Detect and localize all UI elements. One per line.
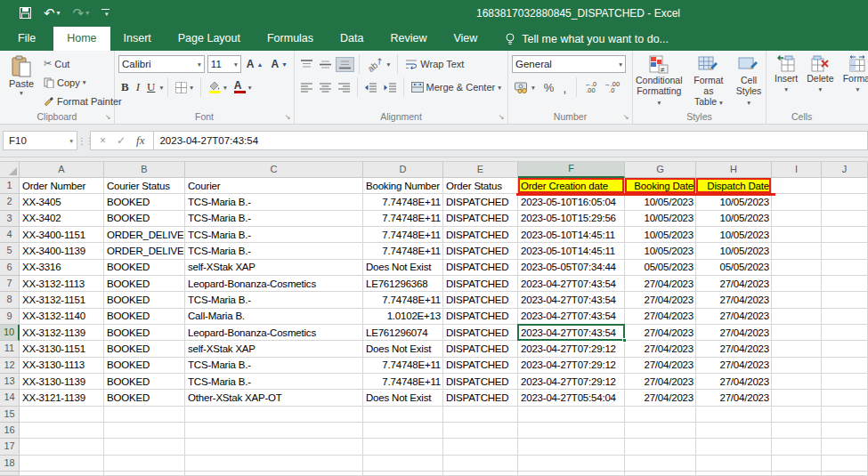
increase-font-size-button[interactable]: A▲ <box>244 56 266 72</box>
borders-button[interactable]: ▾ <box>173 80 196 95</box>
cell-F11[interactable]: 2023-04-27T07:29:12 <box>518 341 625 357</box>
cell-F3[interactable]: 2023-05-10T15:29:56 <box>518 211 625 227</box>
cell-B16[interactable] <box>104 423 185 439</box>
cell-H2[interactable]: 10/05/2023 <box>696 194 772 210</box>
cell-J16[interactable] <box>822 423 868 439</box>
cell-I10[interactable] <box>772 325 822 341</box>
cancel-entry-icon[interactable]: × <box>100 134 106 147</box>
cell-G7[interactable]: 27/04/2023 <box>625 276 696 292</box>
cell-J3[interactable] <box>822 211 868 227</box>
format-cells-button[interactable]: Format▾ <box>840 54 868 109</box>
cell-C17[interactable] <box>185 439 363 455</box>
cell-C4[interactable]: TCS-Maria B.- <box>185 227 363 243</box>
orientation-button[interactable]: ab↗▾ <box>364 58 393 71</box>
cell-J15[interactable] <box>822 407 868 423</box>
cell-E5[interactable]: DISPATCHED <box>443 243 518 259</box>
number-format-select[interactable]: General▾ <box>512 55 626 73</box>
cell-E17[interactable] <box>443 439 518 455</box>
cell-H12[interactable]: 27/04/2023 <box>696 358 772 374</box>
cell-F14[interactable]: 2023-04-27T05:54:04 <box>518 390 625 406</box>
clipboard-dialog-launcher-icon[interactable]: ↘ <box>103 113 112 122</box>
cell-J5[interactable] <box>822 243 868 259</box>
cell-E15[interactable] <box>443 407 518 423</box>
alignment-dialog-launcher-icon[interactable]: ↘ <box>497 113 506 122</box>
cell-D1[interactable]: Booking Number <box>363 178 443 194</box>
cell-G11[interactable]: 27/04/2023 <box>625 341 696 357</box>
cell-styles-button[interactable]: CellStyles ▾ <box>732 54 766 109</box>
paste-button[interactable]: Paste ▾ <box>4 55 39 97</box>
column-header-G[interactable]: G <box>625 162 696 178</box>
cell-I18[interactable] <box>772 456 822 472</box>
cell-E6[interactable]: DISPATCHED <box>443 260 518 276</box>
cell-D6[interactable]: Does Not Exist <box>363 260 443 276</box>
cell-J1[interactable] <box>822 178 868 194</box>
cell-E19[interactable] <box>443 472 518 476</box>
cell-D4[interactable]: 7.74748E+11 <box>363 227 443 243</box>
tab-file[interactable]: File <box>0 27 53 51</box>
cell-A1[interactable]: Order Number <box>20 178 104 194</box>
align-right-button[interactable] <box>336 81 353 94</box>
cell-B19[interactable] <box>104 472 185 476</box>
cell-E16[interactable] <box>443 423 518 439</box>
comma-style-button[interactable]: , <box>560 78 569 97</box>
cell-H17[interactable] <box>696 439 772 455</box>
row-header-6[interactable]: 6 <box>0 260 20 276</box>
cell-J14[interactable] <box>822 390 868 406</box>
cell-C9[interactable]: Call-Maria B. <box>185 309 363 325</box>
cell-B14[interactable]: BOOKED <box>104 390 185 406</box>
cell-H16[interactable] <box>696 423 772 439</box>
row-header-5[interactable]: 5 <box>0 243 20 259</box>
cell-A7[interactable]: XX-3132-1113 <box>20 276 104 292</box>
cell-J13[interactable] <box>822 374 868 390</box>
cell-A10[interactable]: XX-3132-1139 <box>20 325 104 341</box>
cell-I1[interactable] <box>772 178 822 194</box>
tell-me-box[interactable]: Tell me what you want to do... <box>505 33 669 51</box>
row-header-9[interactable]: 9 <box>0 309 20 325</box>
cell-C11[interactable]: self-XStak XAP <box>185 341 363 357</box>
cell-C1[interactable]: Courier <box>185 178 363 194</box>
cell-B9[interactable]: BOOKED <box>104 309 185 325</box>
cell-I13[interactable] <box>772 374 822 390</box>
insert-cells-button[interactable]: Insert▾ <box>772 54 800 109</box>
cell-B12[interactable]: BOOKED <box>104 358 185 374</box>
increase-decimal-button[interactable]: ←.0.00 <box>583 80 599 94</box>
cell-E12[interactable]: DISPATCHED <box>443 358 518 374</box>
row-header-11[interactable]: 11 <box>0 341 20 357</box>
cell-G4[interactable]: 10/05/2023 <box>625 227 696 243</box>
row-header-4[interactable]: 4 <box>0 227 20 243</box>
cell-E3[interactable]: DISPATCHED <box>443 211 518 227</box>
cell-J4[interactable] <box>822 227 868 243</box>
cell-J18[interactable] <box>822 456 868 472</box>
cell-H1[interactable]: Dispatch Date <box>696 178 772 194</box>
column-header-H[interactable]: H <box>696 162 772 178</box>
bold-button[interactable]: B <box>118 78 132 96</box>
save-icon[interactable] <box>20 7 31 19</box>
select-all-corner[interactable] <box>0 162 20 178</box>
cell-H9[interactable]: 27/04/2023 <box>696 309 772 325</box>
column-header-A[interactable]: A <box>20 162 104 178</box>
cell-B11[interactable]: BOOKED <box>104 341 185 357</box>
font-dialog-launcher-icon[interactable]: ↘ <box>283 113 292 122</box>
redo-button[interactable]: ↷▾ <box>73 6 90 20</box>
cell-D9[interactable]: 1.0102E+13 <box>363 309 443 325</box>
percent-style-button[interactable]: % <box>541 79 557 96</box>
cell-D2[interactable]: 7.74748E+11 <box>363 194 443 210</box>
cell-H10[interactable]: 27/04/2023 <box>696 325 772 341</box>
cell-D5[interactable]: 7.74748E+11 <box>363 243 443 259</box>
cell-C3[interactable]: TCS-Maria B.- <box>185 211 363 227</box>
cell-C5[interactable]: TCS-Maria B.- <box>185 243 363 259</box>
cell-B17[interactable] <box>104 439 185 455</box>
copy-button[interactable]: Copy▾ <box>41 73 125 92</box>
cell-D10[interactable]: LE761296074 <box>363 325 443 341</box>
cell-B5[interactable]: ORDER_DELIVERED <box>104 243 185 259</box>
align-center-button[interactable] <box>317 81 334 94</box>
cell-A17[interactable] <box>20 439 104 455</box>
column-header-B[interactable]: B <box>104 162 185 178</box>
cell-A13[interactable]: XX-3130-1139 <box>20 374 104 390</box>
cell-G14[interactable]: 27/04/2023 <box>625 390 696 406</box>
row-header-14[interactable]: 14 <box>0 390 20 406</box>
cell-H4[interactable]: 10/05/2023 <box>696 227 772 243</box>
cut-button[interactable]: ✂ Cut <box>41 54 125 73</box>
cell-D14[interactable]: Does Not Exist <box>363 390 443 406</box>
cell-D11[interactable]: Does Not Exist <box>363 341 443 357</box>
